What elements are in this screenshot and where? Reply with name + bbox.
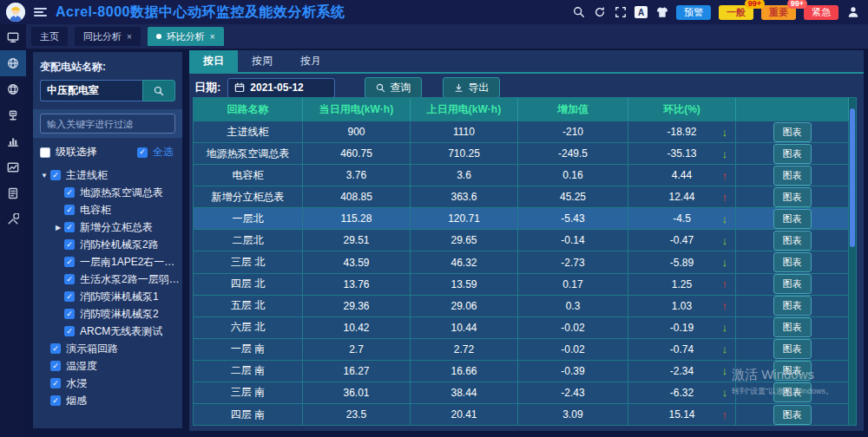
font-size-icon[interactable]: A — [635, 6, 648, 18]
tree-checkbox[interactable]: ✓ — [64, 309, 75, 319]
tree-checkbox[interactable]: ✓ — [64, 274, 75, 284]
close-tab-icon[interactable]: × — [210, 32, 215, 42]
close-tab-icon[interactable]: × — [127, 32, 132, 42]
chart-button[interactable]: 图表 — [773, 339, 812, 359]
table-row[interactable]: 三层 北43.5946.32-2.73-5.89↓图表 — [194, 251, 849, 272]
chart-button[interactable]: 图表 — [773, 187, 812, 207]
table-row[interactable]: 三层 南36.0138.44-2.43-6.32↓图表 — [194, 382, 849, 403]
tree-checkbox[interactable]: ✓ — [50, 361, 61, 371]
tree-item[interactable]: ✓一层南1APE2右一层北1APE1左 — [38, 253, 182, 271]
select-all-checkbox[interactable]: ✓ — [137, 147, 148, 158]
export-button[interactable]: 导出 — [443, 77, 500, 98]
rail-device-icon[interactable] — [0, 102, 26, 128]
period-tab-按周[interactable]: 按周 — [238, 50, 286, 72]
chart-button[interactable]: 图表 — [773, 252, 812, 272]
table-row[interactable]: 主进线柜9001110-210-18.92↓图表 — [194, 121, 849, 142]
nav-tab-主页[interactable]: 主页 — [31, 27, 68, 46]
general-count-badge: 99+ — [745, 0, 765, 9]
fullscreen-icon[interactable] — [614, 6, 627, 19]
date-picker[interactable]: 2021-05-12 — [227, 78, 335, 98]
alert-important-button[interactable]: 重要99+ — [761, 5, 796, 20]
rail-bar-chart-icon[interactable] — [0, 128, 26, 154]
rail-monitor-icon[interactable] — [0, 24, 26, 50]
alert-warning-button[interactable]: 预警 — [676, 5, 711, 20]
table-row[interactable]: 一层北115.28120.71-5.43-4.5↓图表 — [194, 207, 849, 229]
table-row[interactable]: 一层 南2.72.72-0.02-0.74↓图表 — [194, 338, 849, 360]
tree-checkbox[interactable]: ✓ — [64, 239, 75, 250]
chart-button[interactable]: 图表 — [773, 274, 812, 294]
tree-checkbox[interactable]: ✓ — [50, 395, 61, 406]
tree-checkbox[interactable]: ✓ — [64, 187, 75, 198]
tree-item[interactable]: ✓烟感 — [38, 392, 182, 409]
chart-button[interactable]: 图表 — [773, 231, 812, 251]
theme-shirt-icon[interactable] — [655, 6, 668, 19]
table-row[interactable]: 二层 南16.2716.66-0.39-2.34↓图表 — [194, 360, 849, 382]
nav-tab-同比分析[interactable]: 同比分析× — [75, 27, 141, 46]
chart-button[interactable]: 图表 — [773, 122, 812, 142]
table-row[interactable]: 四层 南23.520.413.0915.14↑图表 — [194, 403, 849, 425]
scrollbar-thumb[interactable] — [850, 108, 855, 247]
table-row[interactable]: 电容柜3.763.60.164.44↑图表 — [194, 164, 849, 186]
alert-general-button[interactable]: 一般99+ — [719, 5, 753, 20]
tree-checkbox[interactable]: ✓ — [50, 378, 61, 388]
tree-item[interactable]: ▶✓新增分立柜总表 — [38, 218, 182, 236]
chart-button[interactable]: 图表 — [773, 405, 812, 425]
period-tab-按日[interactable]: 按日 — [189, 50, 238, 72]
user-icon[interactable] — [846, 6, 859, 19]
expand-right-icon[interactable]: ▶ — [52, 224, 64, 232]
tree-item[interactable]: ✓消防喷淋机械泵1 — [38, 288, 182, 305]
cascade-checkbox[interactable] — [40, 147, 50, 158]
tree-checkbox[interactable]: ✓ — [50, 343, 61, 354]
alert-urgent-button[interactable]: 紧急 — [804, 5, 838, 20]
tree-item[interactable]: ✓电容柜 — [38, 201, 182, 218]
station-search-row — [40, 80, 175, 101]
table-row[interactable]: 二层北29.5129.65-0.14-0.47↓图表 — [194, 229, 849, 251]
tree-item[interactable]: ✓消防栓机械泵2路 — [38, 236, 182, 253]
chart-button[interactable]: 图表 — [773, 166, 812, 186]
query-button[interactable]: 查询 — [365, 77, 422, 98]
refresh-icon[interactable] — [593, 6, 606, 19]
chart-button[interactable]: 图表 — [773, 296, 812, 316]
station-search-button[interactable] — [142, 80, 175, 101]
tree-item[interactable]: ▼✓主进线柜 — [38, 166, 182, 184]
tree-item[interactable]: ✓演示箱回路 — [38, 340, 182, 357]
chart-button[interactable]: 图表 — [773, 209, 812, 229]
rail-trend-chart-icon[interactable] — [0, 154, 26, 180]
station-name-input[interactable] — [40, 80, 142, 101]
chart-button[interactable]: 图表 — [773, 382, 812, 402]
circuit-name-cell: 新增分立柜总表 — [194, 186, 303, 207]
rail-globe-icon[interactable] — [0, 76, 26, 102]
rail-tools-icon[interactable] — [0, 206, 26, 232]
tree-checkbox[interactable]: ✓ — [64, 291, 75, 302]
tree-item[interactable]: ✓水浸 — [38, 375, 182, 392]
chart-button[interactable]: 图表 — [773, 317, 812, 337]
nav-tab-环比分析[interactable]: 环比分析× — [148, 27, 224, 46]
chart-button[interactable]: 图表 — [773, 144, 812, 164]
tree-checkbox[interactable]: ✓ — [64, 222, 75, 232]
table-row[interactable]: 地源热泵空调总表460.75710.25-249.5-35.13↓图表 — [194, 142, 849, 164]
user-avatar[interactable] — [6, 3, 25, 22]
table-scrollbar[interactable] — [849, 97, 857, 426]
table-row[interactable]: 六层 北10.4210.44-0.02-0.19↓图表 — [194, 316, 849, 338]
search-icon[interactable] — [572, 6, 585, 19]
period-tab-按月[interactable]: 按月 — [286, 50, 335, 72]
tree-checkbox[interactable]: ✓ — [50, 170, 61, 180]
rail-report-icon[interactable] — [0, 180, 26, 206]
tree-checkbox[interactable]: ✓ — [64, 257, 75, 267]
tree-item[interactable]: ✓生活水泵2路一层弱电房 — [38, 271, 182, 288]
tree-item[interactable]: ✓消防喷淋机械泵2 — [38, 305, 182, 323]
cascade-label: 级联选择 — [56, 145, 97, 160]
table-row[interactable]: 新增分立柜总表408.85363.645.2512.44↑图表 — [194, 186, 849, 207]
chart-button[interactable]: 图表 — [773, 361, 812, 381]
table-row[interactable]: 四层 北13.7613.590.171.25↑图表 — [194, 273, 849, 295]
tree-item[interactable]: ✓地源热泵空调总表 — [38, 184, 182, 201]
tree-item[interactable]: ✓ARCM无线表测试 — [38, 323, 182, 340]
table-row[interactable]: 五层 北29.3629.060.31.03↑图表 — [194, 295, 849, 316]
rail-energy-analysis-icon[interactable] — [0, 50, 26, 76]
tree-checkbox[interactable]: ✓ — [64, 205, 75, 215]
tree-item[interactable]: ✓温湿度 — [38, 357, 182, 375]
tree-checkbox[interactable]: ✓ — [64, 326, 75, 336]
keyword-filter-input[interactable] — [40, 114, 175, 134]
expand-down-icon[interactable]: ▼ — [38, 172, 50, 179]
menu-icon[interactable] — [34, 6, 47, 18]
